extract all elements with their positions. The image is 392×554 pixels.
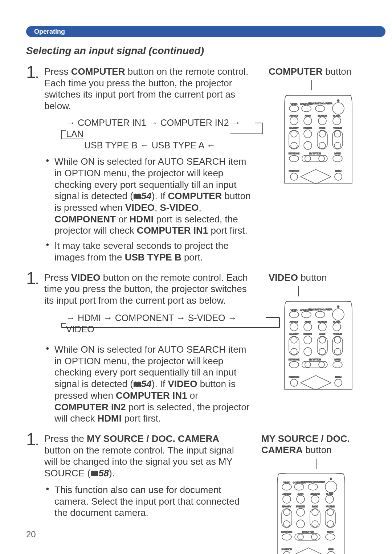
- svg-point-100: [282, 484, 291, 490]
- svg-point-59: [315, 311, 325, 318]
- step-intro: Press COMPUTER button on the remote cont…: [44, 66, 254, 112]
- step-block-3: 1. Press the MY SOURCE / DOC. CAMERA but…: [26, 433, 370, 554]
- svg-point-30: [291, 131, 297, 137]
- section-pill: Operating: [26, 26, 385, 37]
- svg-text:PAGE: PAGE: [312, 505, 318, 508]
- flow-line1: → COMPUTER IN1 → COMPUTER IN2 → LAN: [66, 117, 254, 140]
- svg-point-103: [325, 481, 337, 493]
- flow-diagram: → HDMI → COMPONENT → S-VIDEO → VIDEO: [59, 312, 254, 337]
- svg-text:VOLUME: VOLUME: [333, 333, 342, 335]
- svg-point-110: [297, 495, 305, 503]
- svg-point-75: [304, 336, 312, 344]
- leader-line-icon: [317, 459, 317, 469]
- svg-point-124: [312, 521, 318, 527]
- bullet-item: It may take several seconds to project t…: [44, 240, 254, 263]
- step-block-1: 1. Press COMPUTER button on the remote c…: [26, 66, 370, 272]
- svg-rect-77: [332, 336, 343, 355]
- svg-point-96: [335, 379, 342, 386]
- svg-point-58: [302, 311, 311, 318]
- svg-point-20: [318, 117, 326, 125]
- svg-text:MY SOURCE/ DOC.CAMERA: MY SOURCE/ DOC.CAMERA: [301, 481, 326, 483]
- button-label: COMPUTER button: [269, 66, 370, 77]
- svg-point-102: [308, 484, 318, 490]
- svg-rect-74: [289, 336, 299, 355]
- svg-text:MUTE: MUTE: [327, 531, 334, 533]
- step-block-2: 1. Press VIDEO button on the remote cont…: [26, 272, 370, 433]
- svg-point-83: [334, 348, 341, 355]
- svg-point-78: [291, 337, 297, 343]
- svg-point-92: [333, 361, 342, 368]
- step-content: Press COMPUTER button on the remote cont…: [44, 66, 254, 272]
- svg-text:BLANK: BLANK: [333, 321, 340, 323]
- svg-text:AUTO: AUTO: [305, 115, 311, 117]
- svg-text:POSITION: POSITION: [289, 376, 299, 378]
- page: Operating Selecting an input signal (con…: [0, 0, 392, 554]
- svg-point-79: [291, 348, 297, 355]
- bullet-list: This function also can use for document …: [44, 484, 247, 519]
- svg-text:VIDEO: VIDEO: [291, 309, 298, 311]
- svg-text:BLANK: BLANK: [333, 115, 340, 117]
- svg-point-10: [302, 105, 311, 112]
- svg-point-60: [332, 309, 344, 320]
- svg-point-33: [319, 142, 326, 149]
- svg-point-133: [298, 534, 303, 540]
- svg-text:SEARCH: SEARCH: [318, 321, 327, 323]
- svg-point-69: [333, 323, 341, 331]
- svg-rect-120: [325, 509, 335, 528]
- svg-point-36: [304, 141, 312, 149]
- remote-illustration: VIDEO COMPUTER MY SOURCE/ DOC.CAMERA ⏻ A…: [277, 473, 370, 554]
- bullet-item: While ON is selected for AUTO SEARCH ite…: [44, 344, 254, 424]
- step-content: Press the MY SOURCE / DOC. CAMERA button…: [44, 433, 247, 528]
- svg-point-138: [283, 551, 290, 554]
- svg-text:AUTO: AUTO: [298, 493, 304, 495]
- svg-text:POSITION: POSITION: [282, 548, 292, 550]
- svg-point-121: [283, 509, 290, 516]
- remote-icon: VIDEO COMPUTER MY SOURCE/ DOC.CAMERA ⏻ A…: [284, 95, 353, 185]
- step-number: 1.: [26, 432, 39, 448]
- svg-point-112: [326, 495, 334, 503]
- bullet-list: While ON is selected for AUTO SEARCH ite…: [44, 344, 254, 424]
- section-title: Selecting an input signal (continued): [26, 45, 370, 57]
- svg-point-11: [315, 105, 325, 112]
- remote-icon: VIDEO COMPUTER MY SOURCE/ DOC.CAMERA ⏻ A…: [284, 301, 353, 391]
- svg-text:⏻: ⏻: [337, 99, 339, 102]
- svg-text:MAGNIFY: MAGNIFY: [282, 505, 291, 508]
- svg-point-122: [283, 521, 290, 527]
- svg-point-34: [334, 131, 341, 137]
- svg-text:SEARCH: SEARCH: [318, 115, 327, 117]
- svg-point-31: [291, 142, 297, 149]
- svg-text:PAGE: PAGE: [319, 333, 325, 335]
- svg-point-88: [289, 361, 299, 368]
- svg-point-21: [333, 117, 341, 125]
- svg-point-135: [326, 534, 335, 540]
- svg-rect-119: [310, 509, 320, 528]
- svg-text:SEARCH: SEARCH: [310, 493, 319, 495]
- svg-rect-117: [282, 509, 292, 528]
- svg-point-127: [297, 520, 305, 528]
- svg-point-47: [290, 173, 298, 180]
- bullet-list: While ON is selected for AUTO SEARCH ite…: [44, 156, 254, 263]
- svg-text:KEYSTONE: KEYSTONE: [289, 358, 299, 361]
- svg-text:⏻: ⏻: [330, 478, 332, 480]
- svg-text:MY SOURCE/ DOC.CAMERA: MY SOURCE/ DOC.CAMERA: [308, 308, 333, 311]
- svg-point-44: [333, 155, 342, 162]
- svg-point-27: [304, 130, 312, 138]
- svg-point-101: [294, 484, 304, 490]
- svg-point-125: [327, 509, 334, 516]
- svg-text:MAGNIFY: MAGNIFY: [289, 127, 298, 129]
- svg-text:KEYSTONE: KEYSTONE: [281, 531, 292, 533]
- svg-point-67: [304, 323, 312, 331]
- leader-line-icon: [298, 286, 299, 296]
- svg-text:MY BUTTON: MY BUTTON: [309, 358, 321, 361]
- bullet-item: This function also can use for document …: [44, 484, 247, 519]
- svg-point-68: [318, 323, 326, 331]
- svg-point-82: [334, 337, 341, 343]
- remote-icon: VIDEO COMPUTER MY SOURCE/ DOC.CAMERA ⏻ A…: [277, 473, 346, 554]
- svg-point-81: [319, 348, 326, 355]
- svg-text:MENU: MENU: [335, 376, 342, 378]
- svg-point-48: [335, 173, 342, 180]
- svg-text:FREEZE: FREEZE: [296, 505, 305, 508]
- svg-rect-28: [317, 130, 327, 149]
- remote-illustration: VIDEO COMPUTER MY SOURCE/ DOC.CAMERA ⏻ A…: [284, 95, 370, 185]
- svg-point-90: [305, 362, 311, 368]
